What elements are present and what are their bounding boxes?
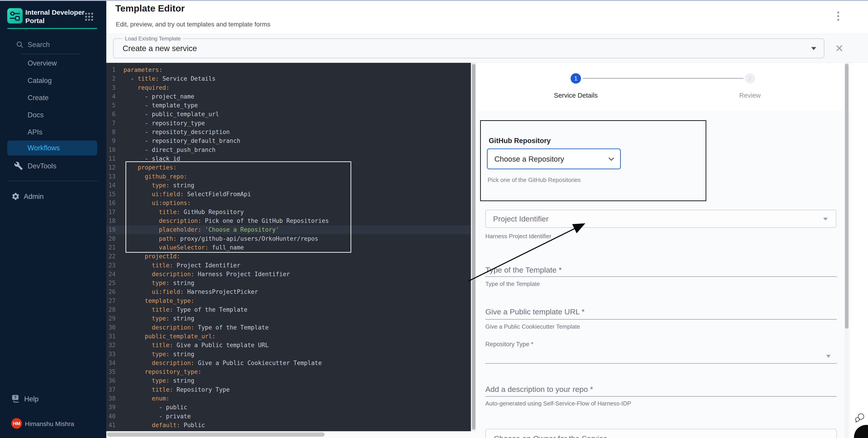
idp-logo[interactable] [7, 8, 23, 24]
repo-description-input[interactable] [485, 396, 837, 397]
brand-line2: Portal [25, 16, 85, 25]
code-line: 25 type: string [106, 279, 471, 288]
code-line: 41 default: Public [106, 421, 471, 430]
svg-text:?: ? [14, 395, 17, 400]
code-line: 35 repository_type: [106, 368, 471, 376]
owner-select[interactable]: Choose an Owner for the Service [485, 429, 837, 438]
code-line: 17 title: GitHub Repository [106, 208, 471, 216]
public-url-helper: Give a Public Cookiecutter Template [485, 323, 580, 330]
stepper-step-2[interactable]: 2 [745, 73, 755, 83]
sidebar-item-overview[interactable]: Overview [0, 55, 106, 71]
stepper-step-1[interactable]: 1 [570, 73, 581, 83]
sidebar-item-create[interactable]: Create [0, 90, 106, 106]
code-line: 27 template_type: [106, 297, 471, 305]
page-subtitle: Edit, preview, and try out templates and… [116, 21, 270, 28]
public-url-label: Give a Public template URL * [485, 307, 585, 316]
sidebar-item-label: Workflows [28, 144, 60, 152]
code-line: 36 type: string [106, 376, 471, 385]
window-top-edge [0, 0, 868, 1]
sidebar-item-admin[interactable]: Admin [0, 189, 106, 204]
search-label: Search [28, 41, 50, 49]
code-line: 20 path: proxy/github-api/users/OrkoHunt… [106, 234, 471, 243]
user-name: Himanshu Mishra [25, 420, 74, 428]
code-line: 42 repositoty_description: [106, 430, 471, 431]
code-line: 32 title: Give a Public template URL [106, 341, 471, 350]
code-line: 33 type: string [106, 350, 471, 359]
code-line: 29 type: string [106, 314, 471, 323]
sidebar-brand-divider [7, 28, 97, 29]
sidebar-item-docs[interactable]: Docs [0, 107, 106, 123]
dropdown-caret-icon [811, 47, 816, 50]
template-type-input[interactable] [485, 276, 837, 277]
code-line: 12 properties: [106, 163, 471, 172]
code-line: 21 valueSelector: full_name [106, 243, 471, 252]
sidebar-item-label: Overview [28, 59, 57, 67]
repo-description-label: Add a description to your repo * [485, 385, 593, 394]
editor-horizontal-scrollbar[interactable] [106, 431, 476, 438]
admin-label: Admin [24, 193, 44, 201]
user-menu[interactable]: HM Himanshu Mishra [0, 416, 106, 432]
sidebar-item-label: Docs [28, 111, 44, 119]
code-line: 11 - slack_id [106, 155, 471, 163]
app-grid-icon[interactable] [85, 12, 93, 22]
code-lines: 1parameters:2 - title: Service Details3 … [106, 66, 471, 431]
help-icon: ? [11, 394, 20, 403]
support-chat-icon[interactable] [855, 413, 865, 423]
sidebar-search[interactable]: Search [0, 38, 106, 52]
code-line: 24 description: Harness Project Identifi… [106, 270, 471, 279]
sidebar-item-label: Create [28, 94, 49, 102]
dropdown-caret-icon [823, 217, 828, 221]
sidebar-item-apis[interactable]: APIs [0, 124, 106, 140]
close-icon[interactable]: ✕ [831, 40, 847, 56]
code-line: 19 placeholder: 'Choose a Repository' [106, 225, 471, 234]
code-line: 26 ui:field: HarnessProjectPicker [106, 288, 471, 296]
github-repository-helper: Pick one of the GitHub Repositories [488, 176, 581, 183]
code-line: 15 ui:field: SelectFieldFromApi [106, 190, 471, 199]
brand-title: Internal Developer Portal [25, 8, 85, 25]
code-line: 34 description: Give a Public Cookiecutt… [106, 359, 471, 368]
project-identifier-select[interactable]: Project Identifier [485, 210, 836, 228]
code-line: 8 - repositoty_description [106, 128, 471, 136]
public-url-input[interactable] [485, 319, 837, 319]
sidebar-item-label: DevTools [28, 162, 57, 170]
sidebar-item-workflows[interactable]: Workflows [7, 141, 97, 156]
code-line: 31 public_template_url: [106, 332, 471, 341]
help-label: Help [24, 395, 39, 403]
sidebar-item-catalog[interactable]: Catalog [0, 73, 106, 89]
github-repository-field-group: GitHub Repository Choose a Repository Pi… [480, 120, 706, 201]
sidebar-item-devtools[interactable]: DevTools [0, 158, 106, 174]
app-root: Internal Developer Portal Search Overvie… [0, 0, 868, 438]
sidebar-search-divider [22, 54, 80, 54]
panel-vertical-scrollbar[interactable] [844, 63, 849, 438]
project-identifier-helper: Harness Project Identifier [485, 233, 551, 240]
code-editor[interactable]: 1parameters:2 - title: Service Details3 … [106, 63, 471, 431]
code-line: 30 description: Type of the Template [106, 323, 471, 332]
stepper-label-service-details: Service Details [542, 92, 610, 99]
github-repository-select[interactable]: Choose a Repository [487, 148, 621, 169]
load-template-select[interactable]: Load Existing Template Create a new serv… [113, 38, 824, 58]
editor-vertical-scrollbar[interactable] [471, 63, 476, 431]
code-line: 40 - private [106, 412, 471, 421]
page-header: Template Editor Edit, preview, and try o… [106, 0, 868, 34]
code-line: 13 github_repo: [106, 172, 471, 181]
sidebar-item-help[interactable]: ? Help [0, 392, 106, 406]
owner-select-label: Choose an Owner for the Service [494, 434, 608, 438]
repository-type-select[interactable] [485, 363, 837, 364]
code-line: 7 - repository_type [106, 119, 471, 128]
code-line: 5 - template_type [106, 101, 471, 110]
main-area: Template Editor Edit, preview, and try o… [106, 0, 868, 438]
form-preview-panel: 1 2 Service Details Review GitHub Reposi… [476, 63, 868, 438]
gear-icon [11, 192, 20, 201]
code-line: 16 ui:options: [106, 199, 471, 207]
code-line: 4 - project_name [106, 92, 471, 101]
content-area: 1parameters:2 - title: Service Details3 … [106, 63, 868, 438]
load-template-value: Create a new service [123, 39, 197, 58]
page-title: Template Editor [115, 3, 185, 14]
repository-type-label: Repository Type * [485, 341, 533, 348]
more-options-icon[interactable] [834, 10, 843, 24]
code-line: 6 - public_template_url [106, 110, 471, 119]
dropdown-caret-icon [826, 355, 831, 358]
sidebar: Internal Developer Portal Search Overvie… [0, 0, 106, 438]
code-line: 38 enum: [106, 394, 471, 403]
code-line: 23 title: Project Identifier [106, 261, 471, 270]
